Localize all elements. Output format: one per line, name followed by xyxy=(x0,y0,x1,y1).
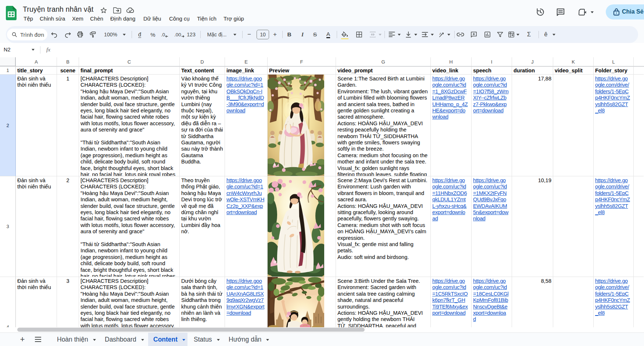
svg-text:A: A xyxy=(439,32,442,36)
